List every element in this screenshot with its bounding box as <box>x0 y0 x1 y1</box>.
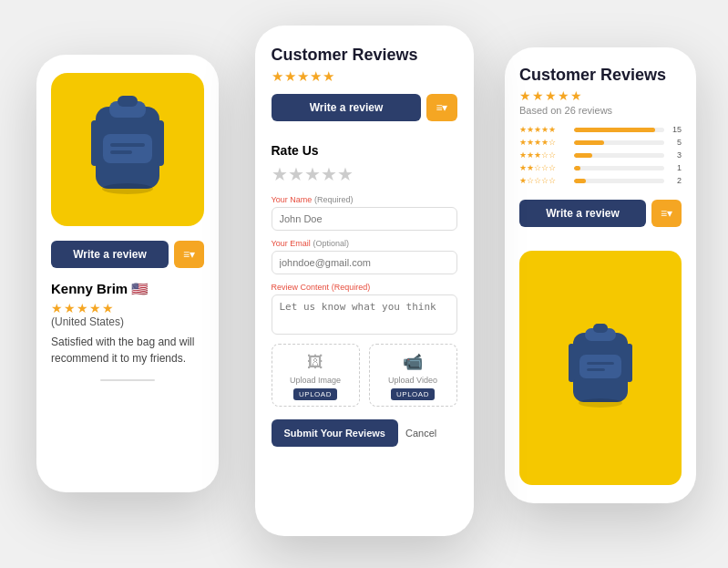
upload-image-label: Upload Image <box>290 376 341 385</box>
based-on-text: Based on 26 reviews <box>519 105 682 116</box>
upload-video-box[interactable]: 📹 Upload Video UPLOAD <box>369 344 457 407</box>
reviewer-text: Satisfied with the bag and will recommen… <box>51 334 204 367</box>
content-field-label: Review Content (Required) <box>272 282 457 292</box>
rating-bar-fill-4 <box>574 166 580 170</box>
svg-rect-15 <box>569 344 575 382</box>
rating-bar-stars-1: ★★★★★ <box>519 125 569 134</box>
svg-point-17 <box>579 398 622 408</box>
write-review-button-left[interactable]: Write a review <box>51 241 169 268</box>
rating-bar-stars-5: ★☆☆☆☆ <box>519 176 569 185</box>
menu-button-center[interactable]: ≡▾ <box>426 94 456 121</box>
reviewer-country: (United States) <box>51 315 204 328</box>
center-title-stars: ★★★★★ <box>272 68 457 85</box>
cancel-button[interactable]: Cancel <box>405 428 436 439</box>
svg-rect-11 <box>593 324 608 333</box>
center-button-row: Write a review ≡▾ <box>272 94 457 121</box>
rating-bar-row-1: ★★★★★ 15 <box>519 125 682 134</box>
form-actions: Submit Your Reviews Cancel <box>272 419 457 447</box>
reviewer-stars: ★★★★★ <box>51 301 204 315</box>
upload-video-button[interactable]: UPLOAD <box>391 388 435 400</box>
rating-bar-row-2: ★★★★☆ 5 <box>519 138 682 147</box>
rating-bar-fill-1 <box>574 128 655 132</box>
rating-bar-fill-3 <box>574 153 592 158</box>
right-title-stars: ★★★★★ <box>519 88 682 103</box>
svg-rect-3 <box>103 134 152 163</box>
name-input[interactable] <box>272 207 457 231</box>
scene: Write a review ≡▾ Kenny Brim 🇺🇸 ★★★★★ (U… <box>0 0 728 568</box>
content-textarea[interactable] <box>272 294 457 335</box>
right-button-row: Write a review ≡▾ <box>519 200 682 227</box>
rating-bar-track-1 <box>574 128 664 132</box>
rating-bar-stars-2: ★★★★☆ <box>519 138 569 147</box>
svg-rect-12 <box>579 355 621 378</box>
svg-rect-5 <box>110 150 132 154</box>
rate-stars-empty[interactable]: ★★★★★ <box>272 163 457 185</box>
menu-button-right[interactable]: ≡▾ <box>651 200 682 227</box>
write-review-button-right[interactable]: Write a review <box>519 200 646 227</box>
svg-point-8 <box>102 183 153 194</box>
rating-bar-row-3: ★★★☆☆ 3 <box>519 150 682 160</box>
rating-bar-count-1: 15 <box>669 125 682 134</box>
rating-bar-stars-3: ★★★☆☆ <box>519 150 569 160</box>
upload-image-button[interactable]: UPLOAD <box>293 388 337 400</box>
rating-bars: ★★★★★ 15 ★★★★☆ 5 ★★★☆☆ 3 ★★☆☆☆ 1 ★☆☆☆☆ <box>519 125 682 189</box>
bottom-divider <box>100 379 155 381</box>
rating-bar-count-4: 1 <box>669 163 682 172</box>
email-field-label: Your Email (Optional) <box>272 238 457 248</box>
rating-bar-track-2 <box>574 140 664 145</box>
svg-rect-2 <box>118 96 138 107</box>
left-phone: Write a review ≡▾ Kenny Brim 🇺🇸 ★★★★★ (U… <box>36 55 219 492</box>
video-upload-icon: 📹 <box>403 352 423 372</box>
name-field-label: Your Name (Required) <box>272 194 457 204</box>
svg-rect-4 <box>110 143 145 147</box>
rate-label: Rate Us <box>272 143 457 158</box>
image-upload-icon: 🖼 <box>307 353 323 372</box>
rating-bar-count-3: 3 <box>669 150 682 160</box>
rating-bar-track-3 <box>574 153 664 158</box>
product-image-left <box>51 73 204 226</box>
right-product-image <box>519 251 682 485</box>
rating-bar-row-5: ★☆☆☆☆ 2 <box>519 176 682 185</box>
right-phone: Customer Reviews ★★★★★ Based on 26 revie… <box>505 47 696 503</box>
svg-rect-13 <box>587 362 614 365</box>
email-input[interactable] <box>272 251 457 274</box>
submit-button[interactable]: Submit Your Reviews <box>272 419 398 447</box>
rating-bar-track-4 <box>574 166 664 170</box>
upload-row: 🖼 Upload Image UPLOAD 📹 Upload Video UPL… <box>272 344 457 407</box>
right-title: Customer Reviews <box>519 66 682 85</box>
svg-rect-16 <box>626 344 632 382</box>
center-phone: Customer Reviews ★★★★★ Write a review ≡▾… <box>255 26 474 536</box>
rating-bar-row-4: ★★☆☆☆ 1 <box>519 163 682 172</box>
svg-rect-7 <box>157 120 164 166</box>
center-title: Customer Reviews <box>272 46 457 65</box>
rating-bar-count-5: 2 <box>669 176 682 185</box>
rating-bar-fill-2 <box>574 140 604 145</box>
rating-bar-fill-5 <box>574 179 586 183</box>
svg-rect-6 <box>91 120 98 166</box>
rating-bar-track-5 <box>574 179 664 183</box>
left-button-row: Write a review ≡▾ <box>51 241 204 268</box>
write-review-button-center[interactable]: Write a review <box>272 94 422 121</box>
reviewer-name: Kenny Brim 🇺🇸 <box>51 281 204 297</box>
rating-bar-stars-4: ★★☆☆☆ <box>519 163 569 172</box>
upload-image-box[interactable]: 🖼 Upload Image UPLOAD <box>272 344 360 407</box>
menu-button-left[interactable]: ≡▾ <box>174 241 204 268</box>
svg-rect-14 <box>587 368 605 371</box>
upload-video-label: Upload Video <box>388 376 437 385</box>
rating-bar-count-2: 5 <box>669 138 682 147</box>
